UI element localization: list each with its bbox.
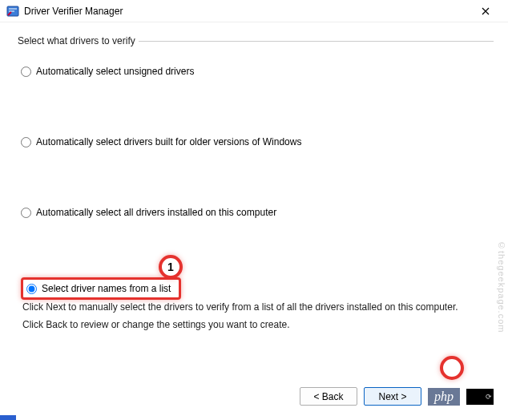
radio-older-input[interactable]	[21, 137, 31, 147]
radio-list-label[interactable]: Select driver names from a list	[42, 283, 171, 294]
radio-older-label[interactable]: Automatically select drivers built for o…	[36, 136, 301, 147]
next-button[interactable]: Next >	[364, 387, 421, 406]
content-area: Select what drivers to verify Automatica…	[0, 22, 508, 330]
radio-option-all-drivers[interactable]: Automatically select all drivers install…	[21, 207, 276, 218]
taskbar-sliver	[0, 415, 16, 420]
overlay-strip: ⟳	[466, 389, 494, 405]
radio-all-input[interactable]	[21, 208, 31, 218]
watermark-text: ©thegeekpage.com	[497, 240, 506, 333]
hint-line-1: Click Next to manually select the driver…	[22, 301, 494, 313]
php-watermark-icon: php	[428, 388, 460, 406]
window-title: Driver Verifier Manager	[24, 6, 470, 17]
close-button[interactable]	[470, 2, 502, 21]
annotation-callout-2	[440, 356, 464, 380]
radio-all-label[interactable]: Automatically select all drivers install…	[36, 207, 276, 218]
driver-select-group: Select what drivers to verify Automatica…	[14, 35, 494, 292]
radio-unsigned-label[interactable]: Automatically select unsigned drivers	[36, 66, 194, 77]
app-icon	[6, 5, 19, 18]
wizard-button-row: < Back Next > php ⟳	[300, 387, 494, 406]
group-legend: Select what drivers to verify	[14, 35, 139, 46]
radio-list-input[interactable]	[26, 284, 37, 294]
radio-unsigned-input[interactable]	[21, 67, 31, 77]
titlebar: Driver Verifier Manager	[0, 0, 508, 22]
back-button[interactable]: < Back	[300, 387, 357, 406]
hint-line-2: Click Back to review or change the setti…	[22, 319, 494, 330]
radio-option-older-windows[interactable]: Automatically select drivers built for o…	[21, 136, 301, 147]
radio-option-from-list[interactable]: Select driver names from a list	[21, 277, 181, 300]
annotation-callout-1: 1	[159, 255, 183, 279]
radio-option-unsigned[interactable]: Automatically select unsigned drivers	[21, 66, 194, 77]
